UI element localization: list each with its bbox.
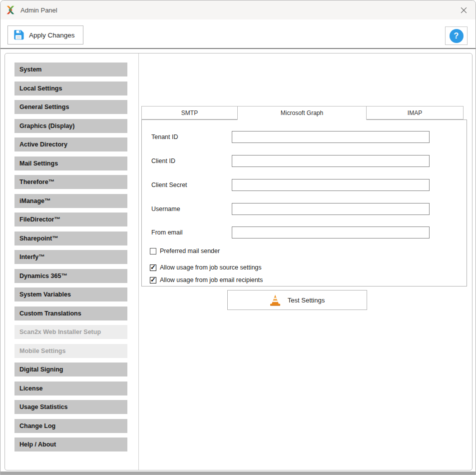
tab-smtp[interactable]: SMTP (141, 106, 238, 120)
mail-tab-strip: SMTP Microsoft Graph IMAP (141, 106, 464, 120)
allow-job-source-label: Allow usage from job source settings (160, 264, 262, 271)
sidebar-item-therefore[interactable]: Therefore™ (14, 175, 127, 189)
sidebar-item-imanage[interactable]: iManage™ (14, 194, 127, 208)
preferred-mail-sender-label: Preferred mail sender (160, 248, 220, 254)
from-email-label: From email (151, 229, 183, 236)
sidebar-item-change-log[interactable]: Change Log (14, 419, 127, 433)
floppy-disk-icon (13, 30, 24, 40)
sidebar-item-mobile-settings[interactable]: Mobile Settings (14, 344, 127, 358)
close-button[interactable] (457, 4, 471, 16)
tenant-id-input[interactable] (232, 131, 430, 143)
allow-job-email-recipients-label: Allow usage from job email recipients (160, 276, 263, 284)
traffic-cone-icon (270, 294, 281, 306)
app-logo-icon (5, 5, 15, 15)
test-settings-button[interactable]: Test Settings (227, 290, 367, 310)
sidebar-item-graphics-display[interactable]: Graphics (Display) (14, 119, 127, 133)
from-email-input[interactable] (232, 226, 430, 238)
sidebar-item-sharepoint[interactable]: Sharepoint™ (14, 232, 127, 246)
checkbox-row: Preferred mail sender (150, 248, 220, 254)
sidebar-item-system-variables[interactable]: System Variables (14, 288, 127, 302)
client-id-input[interactable] (232, 155, 430, 167)
client-id-label: Client ID (151, 158, 175, 164)
sidebar-item-interfy[interactable]: Interfy™ (14, 250, 127, 264)
sidebar-item-dynamics-365[interactable]: Dynamics 365™ (14, 269, 127, 283)
username-input[interactable] (232, 203, 430, 215)
checkbox-row: Allow usage from job email recipients (150, 276, 263, 284)
sidebar-item-filedirector[interactable]: FileDirector™ (14, 212, 127, 226)
sidebar-item-system[interactable]: System (14, 62, 127, 76)
client-secret-input[interactable] (232, 179, 430, 191)
main-panel: System Local Settings General Settings G… (4, 53, 473, 470)
sidebar-item-scan2x-web-installer-setup[interactable]: Scan2x Web Installer Setup (14, 325, 127, 339)
client-secret-label: Client Secret (151, 182, 187, 188)
toolbar: Apply Changes ? (0, 20, 476, 49)
sidebar: System Local Settings General Settings G… (5, 54, 139, 470)
tenant-id-label: Tenant ID (151, 134, 178, 140)
bottom-bar (0, 472, 476, 475)
tab-microsoft-graph[interactable]: Microsoft Graph (237, 106, 367, 120)
sidebar-item-custom-translations[interactable]: Custom Translations (14, 306, 127, 320)
tab-imap[interactable]: IMAP (366, 106, 464, 120)
close-icon (461, 7, 467, 14)
username-label: Username (151, 206, 180, 212)
sidebar-item-mail-settings[interactable]: Mail Settings (14, 156, 127, 170)
sidebar-item-license[interactable]: License (14, 382, 127, 396)
preferred-mail-sender-checkbox[interactable] (150, 248, 156, 254)
sidebar-item-help-about[interactable]: Help / About (14, 438, 127, 452)
test-settings-label: Test Settings (288, 296, 325, 304)
title-bar: Admin Panel (0, 0, 476, 20)
sidebar-item-local-settings[interactable]: Local Settings (14, 82, 127, 96)
help-button[interactable]: ? (445, 26, 468, 45)
sidebar-item-digital-signing[interactable]: Digital Signing (14, 362, 127, 376)
sidebar-item-active-directory[interactable]: Active Directory (14, 138, 127, 152)
microsoft-graph-settings-panel: Tenant ID Client ID Client Secret Userna… (141, 120, 467, 286)
window-title: Admin Panel (20, 6, 57, 14)
sidebar-item-usage-statistics[interactable]: Usage Statistics (14, 400, 127, 414)
apply-changes-label: Apply Changes (29, 32, 75, 39)
sidebar-item-general-settings[interactable]: General Settings (14, 100, 127, 114)
allow-job-email-recipients-checkbox[interactable] (150, 277, 156, 284)
allow-job-source-checkbox[interactable] (150, 264, 156, 271)
apply-changes-button[interactable]: Apply Changes (7, 26, 83, 44)
checkbox-row: Allow usage from job source settings (150, 264, 262, 271)
help-icon: ? (450, 29, 464, 43)
content-pane: SMTP Microsoft Graph IMAP Tenant ID Clie… (139, 54, 472, 470)
admin-panel-window: Admin Panel Apply Changes ? Sy (0, 0, 476, 475)
